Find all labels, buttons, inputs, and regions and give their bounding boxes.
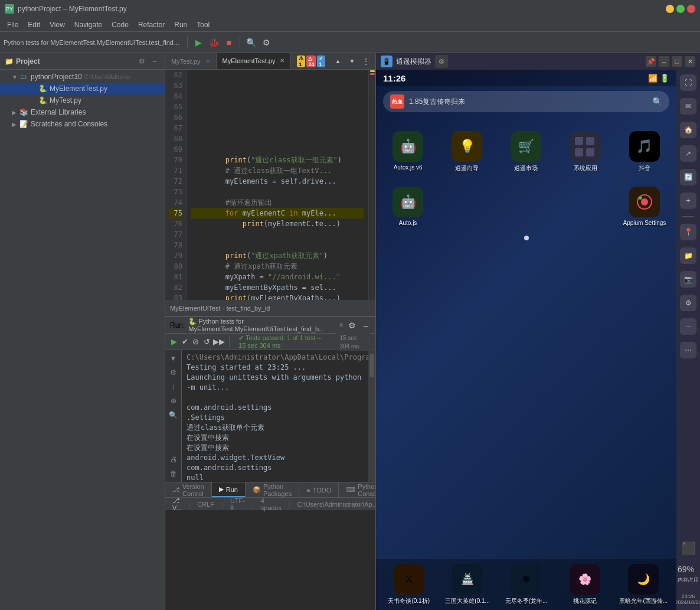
tab-version-control[interactable]: ⎇ Version Control [165,482,212,497]
stop-button[interactable]: ■ [223,36,235,49]
android-app-autoxjs[interactable]: 🤖 Autox.js v6 [381,131,435,172]
code-line-65 [191,102,364,112]
tab-myelementtest-close[interactable]: ✕ [280,57,284,64]
run-panel-settings-button[interactable]: ⚙ [347,319,357,332]
run-sidebar-btn-3[interactable]: ↕ [168,381,179,393]
run-tab-close[interactable]: ✕ [339,322,344,328]
android-app-guide[interactable]: 💡 逍遥向导 [440,131,494,172]
android-side-btn-home[interactable]: 🏠 [680,122,696,138]
android-max-button[interactable]: □ [672,56,682,67]
android-app-appium[interactable]: Appium Settings [617,187,672,226]
line-num: 77 [169,229,182,240]
tab-myelementtest[interactable]: MyElementTest.py ✕ [217,53,292,69]
run-check-button[interactable]: ✔ [181,336,189,348]
run-button[interactable]: ▶ [192,36,205,49]
tab-python-packages[interactable]: 📦 Python Packages [246,482,299,497]
tree-file-myelementtest[interactable]: 🐍 MyElementTest.py [0,83,165,94]
tab-mytest[interactable]: MyTest.py ✕ [165,53,217,69]
run-rerun-button[interactable]: ↺ [202,336,211,348]
android-side-btn-mail[interactable]: ✉ [680,98,696,115]
settings-button[interactable]: ⚙ [260,36,273,49]
run-sidebar-btn-1[interactable]: ▼ [168,353,179,364]
tree-project-root[interactable]: ▼ 🗂 pythonProject10 C:\Users\Adminis [0,71,165,83]
android-side-btn-more[interactable]: ⋯ [680,342,696,358]
tab-more-button[interactable]: ⋮ [359,55,372,68]
tree-external-libraries[interactable]: ▶ 📚 External Libraries [0,106,165,118]
maximize-button[interactable] [676,5,685,13]
android-app-system[interactable]: 系统应用 [558,131,613,172]
run-filter-button[interactable]: ▶▶ [213,336,225,348]
close-button[interactable] [687,5,695,13]
run-sidebar-btn-6[interactable]: 🖨 [168,454,179,465]
run-stop-button[interactable]: ⊘ [192,336,200,348]
android-app-douyin[interactable]: 🎵 抖音 [617,131,672,172]
menu-edit[interactable]: Edit [23,19,45,30]
android-datetime: 23:262024/10/24 [675,593,700,605]
run-sidebar-btn-4[interactable]: ⊕ [168,395,179,407]
status-vcs[interactable]: ⎇ V... [170,497,184,511]
title-bar: PY pythonProject – MyElementTest.py [0,0,700,18]
panel-settings-button[interactable]: ⚙ [136,56,147,67]
android-time: 11:26 [383,73,405,83]
android-side-btn-settings2[interactable]: ⚙ [680,295,696,311]
status-crlf[interactable]: CRLF [195,501,217,508]
android-game-3[interactable]: ❄ 无尽冬季(龙年... [498,564,554,605]
android-side-btn-vol-up[interactable]: + [680,193,696,209]
menu-code[interactable]: Code [107,19,133,30]
android-app-market[interactable]: 🛒 逍遥市场 [499,131,553,172]
android-side-btn-folder[interactable]: 📁 [680,247,696,264]
android-search-icon[interactable]: 🔍 [652,97,662,106]
line-num: 82 [169,282,182,293]
run-output[interactable]: C:\Users\Administrator\AppData\Local\Pro… [182,350,368,482]
info-badge: ✓ 1 [317,56,325,67]
tab-python-console[interactable]: ⌨ Python Console [339,482,375,497]
menu-run[interactable]: Run [169,19,192,30]
code-editor[interactable]: print("通过class获取一组元素") # 通过class获取一组Text… [187,70,368,300]
tree-scratches-consoles[interactable]: ▶ 📝 Scratches and Consoles [0,118,165,130]
menu-navigate[interactable]: Navigate [70,19,107,30]
search-button[interactable]: 🔍 [244,36,257,49]
android-icon-settings[interactable]: ⚙ [435,55,448,68]
android-side-btn-fullscreen[interactable]: ⛶ [680,74,696,91]
android-app-autojs[interactable]: 🤖 Auto.js [381,187,435,226]
menu-file[interactable]: File [2,19,23,30]
status-indent[interactable]: 4 spaces [259,497,284,511]
tab-down-button[interactable]: ▼ [345,55,358,68]
editor-warnings-area: ⚠ 1 △ 24 ✓ 1 [293,53,329,69]
android-pin-button[interactable]: 📌 [646,56,656,67]
android-game-1[interactable]: ⚔ 天书奇谈(0.1折) [381,564,437,605]
menu-view[interactable]: View [45,19,70,30]
tree-arrow-ext: ▶ [12,109,19,116]
menu-refactor[interactable]: Refactor [133,19,169,30]
tab-todo[interactable]: ≡ TODO [299,482,339,497]
android-game-4[interactable]: 🌸 桃花源记 [557,564,613,605]
menu-tool[interactable]: Tool [192,19,214,30]
run-sidebar-btn-7[interactable]: 🗑 [168,468,179,479]
run-scrollbar[interactable] [368,350,375,482]
android-notch: 📶 🔋 [648,74,669,83]
debug-button[interactable]: 🐞 [207,36,220,49]
minimize-button[interactable] [666,5,674,13]
tab-run[interactable]: ▶ Run [212,482,246,497]
android-side-btn-camera[interactable]: 📷 [680,271,696,288]
run-sidebar-btn-2[interactable]: ⚙ [168,367,179,379]
status-charset[interactable]: UTF-8 [228,497,247,511]
run-restart-button[interactable]: ▶ [170,336,178,348]
android-min-button[interactable]: – [659,56,669,67]
panel-collapse-button[interactable]: – [149,56,160,67]
android-side-btn-vol-down[interactable]: – [680,318,696,335]
android-game-2[interactable]: 🏯 三国大英雄(0.1... [439,564,495,605]
run-panel-minimize-button[interactable]: – [361,319,371,332]
tree-file-mytest[interactable]: 🐍 MyTest.py [0,94,165,106]
code-line-68 [191,133,364,144]
android-side-btn-rotate[interactable]: 🔄 [680,169,696,185]
android-side-btn-share[interactable]: ↗ [680,145,696,162]
android-close-button[interactable]: ✕ [685,56,695,67]
android-side-btn-location[interactable]: 📍 [680,224,696,240]
tab-mytest-close[interactable]: ✕ [205,58,210,64]
run-sidebar-btn-5[interactable]: 🔍 [168,409,179,421]
tab-up-button[interactable]: ▲ [331,55,344,68]
android-game-5[interactable]: 🌙 黑暗光年(西游传... [616,564,672,605]
android-home-nav[interactable]: ⬛ [681,541,696,555]
android-search-bar[interactable]: 热血 1.85复古传奇归来 🔍 [383,91,669,112]
